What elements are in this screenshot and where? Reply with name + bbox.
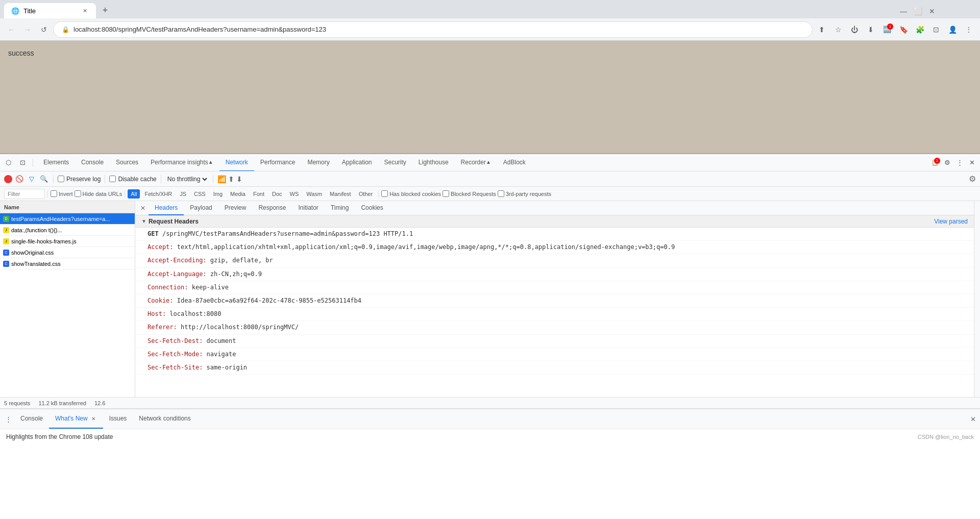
new-tab-button[interactable]: + bbox=[98, 3, 112, 17]
bottom-tab-network-conditions[interactable]: Network conditions bbox=[133, 409, 197, 429]
header-item-cookie: Cookie: Idea-87ae0cbc=a6a92f64-202c-478c… bbox=[135, 294, 974, 308]
tab-elements[interactable]: Elements bbox=[37, 154, 75, 171]
filter-input[interactable] bbox=[4, 189, 45, 199]
section-header[interactable]: ▼ Request Headers View parsed bbox=[135, 215, 974, 228]
tab-memory[interactable]: Memory bbox=[301, 154, 335, 171]
bottom-close-all[interactable]: ✕ bbox=[968, 414, 978, 424]
filter-other[interactable]: Other bbox=[356, 189, 376, 199]
section-title: Request Headers bbox=[149, 218, 932, 225]
devtools-more-icon[interactable]: ⋮ bbox=[953, 157, 966, 169]
invert-checkbox[interactable]: Invert bbox=[51, 190, 73, 197]
has-blocked-cookies-checkbox[interactable]: Has blocked cookies bbox=[381, 190, 441, 197]
download-icon[interactable]: ⬇ bbox=[864, 22, 878, 37]
filter-img[interactable]: Img bbox=[210, 189, 226, 199]
address-bar[interactable]: 🔒 localhost:8080/springMVC/testParamsAnd… bbox=[53, 21, 813, 38]
network-settings-icon[interactable]: ⚙ bbox=[969, 174, 976, 184]
filter-css[interactable]: CSS bbox=[191, 189, 209, 199]
list-item[interactable]: C showOriginal.css bbox=[0, 247, 135, 258]
detail-tab-response[interactable]: Response bbox=[252, 201, 292, 215]
bookmark-icon[interactable]: 🔖 bbox=[896, 22, 911, 37]
tab-application[interactable]: Application bbox=[336, 154, 378, 171]
filter-media[interactable]: Media bbox=[227, 189, 249, 199]
stop-record-button[interactable]: 🚫 bbox=[14, 174, 24, 184]
tab-adblock[interactable]: AdBlock bbox=[497, 154, 532, 171]
sidebar-icon[interactable]: ⊡ bbox=[929, 22, 943, 37]
view-parsed-link[interactable]: View parsed bbox=[934, 218, 968, 225]
blocked-requests-checkbox[interactable]: Blocked Requests bbox=[443, 190, 496, 197]
devtools-dock-icon[interactable]: ⊡ bbox=[16, 157, 29, 169]
extensions-icon[interactable]: 🧩 bbox=[913, 22, 927, 37]
throttle-select[interactable]: No throttling bbox=[165, 175, 209, 183]
upload-icon[interactable]: ⬆ bbox=[228, 175, 234, 183]
filter-font[interactable]: Font bbox=[250, 189, 267, 199]
filter-icon[interactable]: ▽ bbox=[27, 174, 37, 184]
nav-forward-button[interactable]: → bbox=[20, 22, 35, 37]
detail-tab-timing[interactable]: Timing bbox=[325, 201, 355, 215]
filter-manifest[interactable]: Manifest bbox=[327, 189, 354, 199]
whats-new-close[interactable]: ✕ bbox=[90, 415, 97, 422]
detail-tab-initiator[interactable]: Initiator bbox=[292, 201, 324, 215]
detail-tab-preview[interactable]: Preview bbox=[218, 201, 253, 215]
filter-doc[interactable]: Doc bbox=[269, 189, 285, 199]
filter-all[interactable]: All bbox=[128, 189, 140, 199]
disable-cache-label: Disable cache bbox=[118, 176, 156, 183]
wifi-icon[interactable]: 📶 bbox=[217, 175, 226, 183]
devtools-inspector-icon[interactable]: ⬡ bbox=[2, 157, 14, 169]
power-icon[interactable]: ⏻ bbox=[847, 22, 862, 37]
detail-tab-cookies[interactable]: Cookies bbox=[355, 201, 389, 215]
has-blocked-cookies-input[interactable] bbox=[381, 190, 388, 197]
tab-performance[interactable]: Performance bbox=[254, 154, 302, 171]
translate-icon[interactable]: 🔤 1 bbox=[880, 22, 894, 37]
tab-recorder[interactable]: Recorder ▲ bbox=[455, 154, 497, 171]
preserve-log-input[interactable] bbox=[58, 176, 64, 182]
disable-cache-checkbox[interactable]: Disable cache bbox=[109, 176, 156, 183]
filter-js[interactable]: JS bbox=[177, 189, 189, 199]
list-item[interactable]: J data:,(function t(){)... bbox=[0, 225, 135, 236]
nav-refresh-button[interactable]: ↺ bbox=[37, 22, 51, 37]
record-button[interactable] bbox=[4, 175, 12, 183]
filter-ws[interactable]: WS bbox=[287, 189, 302, 199]
tab-lighthouse[interactable]: Lighthouse bbox=[412, 154, 455, 171]
invert-input[interactable] bbox=[51, 190, 57, 197]
bookmark-star-icon[interactable]: ☆ bbox=[831, 22, 845, 37]
blocked-requests-input[interactable] bbox=[443, 190, 449, 197]
disable-cache-input[interactable] bbox=[109, 176, 116, 182]
bottom-tab-console[interactable]: Console bbox=[14, 409, 49, 429]
filter-wasm[interactable]: Wasm bbox=[303, 189, 325, 199]
search-icon[interactable]: 🔍 bbox=[39, 174, 49, 184]
list-item[interactable]: C showTranslated.css bbox=[0, 258, 135, 269]
detail-tab-payload[interactable]: Payload bbox=[184, 201, 218, 215]
window-close[interactable]: ✕ bbox=[927, 6, 937, 16]
third-party-checkbox[interactable]: 3rd-party requests bbox=[498, 190, 551, 197]
nav-back-button[interactable]: ← bbox=[4, 22, 18, 37]
list-item[interactable]: D testParamsAndHeaders?username=a... bbox=[0, 213, 135, 225]
window-maximize[interactable]: ⬜ bbox=[913, 6, 923, 16]
download-icon[interactable]: ⬇ bbox=[236, 175, 242, 183]
tab-close-icon[interactable]: ✕ bbox=[81, 7, 89, 15]
hide-data-urls-input[interactable] bbox=[75, 190, 81, 197]
filter-fetch-xhr[interactable]: Fetch/XHR bbox=[141, 189, 175, 199]
devtools-settings-icon[interactable]: ⚙ bbox=[941, 157, 953, 169]
share-icon[interactable]: ⬆ bbox=[815, 22, 829, 37]
third-party-input[interactable] bbox=[498, 190, 504, 197]
tab-console[interactable]: Console bbox=[75, 154, 110, 171]
hide-data-urls-checkbox[interactable]: Hide data URLs bbox=[75, 190, 122, 197]
tab-sources[interactable]: Sources bbox=[110, 154, 144, 171]
preserve-log-checkbox[interactable]: Preserve log bbox=[58, 176, 101, 183]
list-item[interactable]: J single-file-hooks-frames.js bbox=[0, 236, 135, 247]
window-minimize[interactable]: — bbox=[898, 6, 909, 16]
devtools-close-icon[interactable]: ✕ bbox=[966, 157, 978, 169]
tab-performance-insights[interactable]: Performance insights ▲ bbox=[144, 154, 219, 171]
tab-network[interactable]: Network bbox=[219, 154, 254, 171]
detail-close-icon[interactable]: ✕ bbox=[137, 203, 149, 214]
tab-security[interactable]: Security bbox=[378, 154, 412, 171]
bottom-dots-icon[interactable]: ⋮ bbox=[2, 413, 14, 425]
bottom-tab-issues[interactable]: Issues bbox=[103, 409, 133, 429]
detail-tab-headers[interactable]: Headers bbox=[149, 201, 184, 215]
chrome-menu-icon[interactable]: ⋮ bbox=[962, 22, 976, 37]
recorder-icon: ▲ bbox=[486, 159, 491, 165]
browser-tab[interactable]: 🌐 Title ✕ bbox=[4, 3, 96, 18]
devtools-notification-btn[interactable]: 📋 1 bbox=[929, 157, 941, 169]
profile-icon[interactable]: 👤 bbox=[945, 22, 960, 37]
bottom-tab-whats-new[interactable]: What's New ✕ bbox=[49, 409, 103, 429]
